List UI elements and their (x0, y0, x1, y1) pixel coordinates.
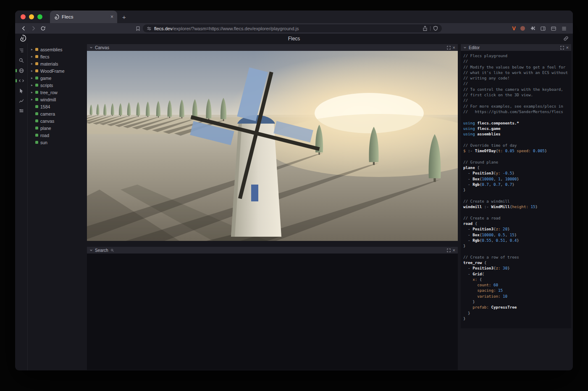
code-line: - Box{10000, 0.5, 15} (463, 232, 571, 238)
close-panel-icon[interactable]: × (566, 45, 569, 50)
back-icon (21, 26, 26, 31)
site-info-icon[interactable] (147, 26, 152, 31)
close-window-button[interactable] (21, 14, 26, 19)
search-panel-header: Search × (87, 247, 458, 254)
code-line (463, 193, 571, 198)
tree-item-plane[interactable]: plane (31, 124, 84, 132)
tree-item-windmill[interactable]: ▸windmill (31, 96, 84, 103)
code-line: - Position3{z: 30} (463, 265, 571, 271)
entities-tree-button[interactable] (16, 46, 27, 55)
cursor-icon (18, 88, 24, 94)
code-line: } (463, 316, 571, 321)
info-list-button[interactable] (16, 107, 27, 115)
share-icon[interactable] (423, 26, 428, 31)
entity-color-square (35, 69, 38, 72)
query-search-button[interactable] (16, 56, 27, 65)
editor-panel-title: Editor (469, 45, 480, 50)
expander-icon[interactable]: ▸ (31, 90, 35, 94)
expander-icon[interactable]: ▸ (31, 83, 35, 87)
extension-circle-button[interactable] (520, 26, 525, 31)
expander-icon[interactable]: ▸ (31, 48, 35, 51)
reload-icon (40, 26, 46, 31)
tree-item-label: plane (40, 126, 51, 131)
extension-v-button[interactable]: V (512, 25, 516, 32)
menu-icon[interactable] (561, 26, 567, 32)
zoom-window-button[interactable] (37, 14, 42, 19)
tree-item-1584[interactable]: 1584 (31, 103, 84, 110)
code-line: x: { (463, 277, 571, 282)
bookmarks-sidebar-button[interactable] (135, 26, 141, 32)
chart-icon (18, 98, 24, 104)
code-line: - Grid{ (463, 271, 571, 277)
editor-code-button[interactable] (16, 77, 27, 85)
forward-button[interactable] (29, 25, 37, 32)
entity-color-square (35, 55, 38, 58)
back-button[interactable] (19, 25, 28, 32)
canvas-3d-viewport[interactable] (87, 51, 458, 241)
search-panel-title: Search (95, 248, 108, 253)
tree-item-game[interactable]: ▸game (31, 74, 84, 82)
expander-icon[interactable]: ▸ (31, 62, 35, 66)
new-tab-button[interactable]: + (122, 13, 126, 21)
code-line (463, 114, 571, 120)
fullscreen-icon[interactable] (447, 46, 451, 50)
extensions-puzzle-icon[interactable] (530, 26, 536, 32)
wallet-icon[interactable] (551, 26, 556, 32)
close-panel-icon[interactable]: × (453, 45, 455, 50)
expander-icon[interactable]: ▸ (31, 69, 35, 73)
tab-title: Flecs (62, 14, 108, 19)
tree-item-materials[interactable]: ▸materials (31, 60, 84, 67)
code-line (463, 248, 571, 254)
inspect-button[interactable] (16, 87, 27, 95)
tree-item-sun[interactable]: sun (31, 139, 84, 146)
entity-color-square (35, 105, 38, 108)
entity-color-square (35, 141, 38, 144)
shield-icon[interactable] (433, 26, 438, 31)
sidebar-panel-icon[interactable] (540, 26, 546, 32)
tree-item-scripts[interactable]: ▸scripts (31, 82, 84, 89)
code-line: spacing: 15 (463, 288, 571, 293)
code-line: road { (463, 221, 571, 226)
tab-bar: Flecs × + (15, 11, 573, 23)
tree-item-label: sun (40, 140, 47, 145)
entity-color-square (35, 62, 38, 65)
share-link-icon[interactable] (563, 36, 569, 41)
expander-icon[interactable]: ▸ (31, 55, 35, 58)
code-line: // (463, 98, 571, 103)
code-line: } (463, 243, 571, 248)
tree-item-canvas[interactable]: canvas (31, 117, 84, 124)
url-bar[interactable]: flecs.dev/explorer/?wasm=https://www.fle… (143, 24, 442, 32)
tree-item-camera[interactable]: camera (31, 110, 84, 117)
code-line: // Override time of day (463, 143, 571, 148)
code-line: windmill :- WindMill{height: 15} (463, 204, 571, 209)
fullscreen-icon[interactable] (447, 248, 451, 252)
collapse-chevron-icon[interactable] (89, 248, 93, 252)
toolbar-extensions: V (512, 25, 569, 32)
tree-item-assemblies[interactable]: ▸assemblies (31, 46, 84, 53)
canvas-panel: Canvas × (87, 44, 458, 241)
browser-toolbar: flecs.dev/explorer/?wasm=https://www.fle… (15, 23, 573, 34)
code-editor[interactable]: // Flecs playground//// Modify the value… (461, 51, 571, 328)
stats-chart-button[interactable] (16, 97, 27, 105)
reload-button[interactable] (39, 25, 47, 32)
minimize-window-button[interactable] (29, 14, 34, 19)
search-results-area[interactable] (87, 254, 458, 370)
collapse-chevron-icon[interactable] (463, 46, 467, 49)
expander-icon[interactable]: ▸ (31, 76, 35, 80)
close-panel-icon[interactable]: × (453, 248, 455, 253)
bookmark-icon (135, 26, 141, 32)
fullscreen-icon[interactable] (560, 46, 564, 50)
browser-tab[interactable]: Flecs × (50, 11, 117, 23)
expander-icon[interactable]: ▸ (31, 98, 35, 101)
tab-close-icon[interactable]: × (110, 14, 113, 19)
tree-item-WoodFrame[interactable]: ▸WoodFrame (31, 67, 84, 74)
code-line: // Modify the values below to get a feel… (463, 64, 571, 70)
url-text: flecs.dev/explorer/?wasm=https://www.fle… (154, 26, 420, 31)
tree-item-flecs[interactable]: ▸flecs (31, 53, 84, 60)
url-path: /explorer/?wasm=https://www.flecs.dev/ex… (172, 26, 299, 31)
tree-item-road[interactable]: road (31, 132, 84, 139)
canvas-world-button[interactable] (16, 66, 27, 75)
collapse-chevron-icon[interactable] (89, 46, 93, 49)
entity-color-square (35, 127, 38, 129)
tree-item-tree_row[interactable]: ▸tree_row (31, 89, 84, 96)
